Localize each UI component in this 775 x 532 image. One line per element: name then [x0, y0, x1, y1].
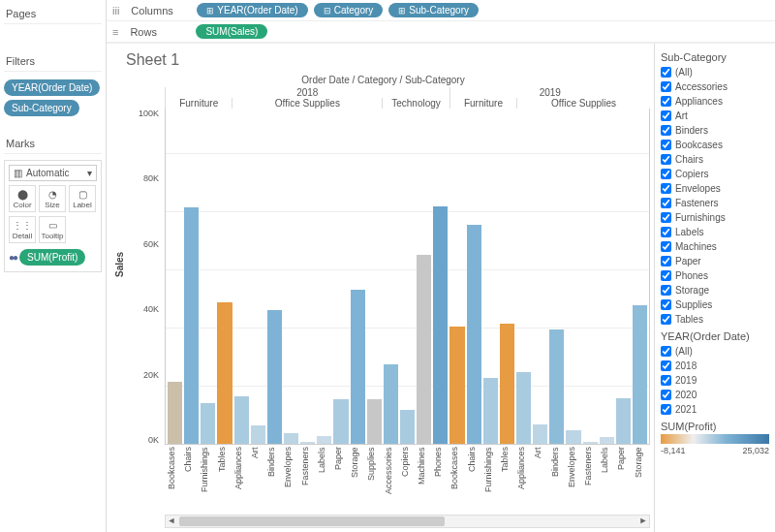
checkbox[interactable] [661, 314, 671, 325]
year-header[interactable]: 2018 [165, 87, 450, 98]
year-header[interactable]: 2019 [450, 87, 650, 98]
checkbox[interactable] [661, 169, 671, 179]
checkbox[interactable] [661, 299, 671, 310]
subcategory-filter-item[interactable]: Tables [661, 312, 769, 327]
checkbox[interactable] [661, 285, 671, 296]
bar[interactable] [450, 327, 464, 444]
x-tick-label[interactable]: Accessories [384, 447, 398, 515]
x-tick-label[interactable]: Labels [317, 447, 331, 515]
checkbox[interactable] [661, 375, 671, 386]
bar[interactable] [433, 206, 448, 444]
bar[interactable] [549, 329, 564, 444]
x-tick-label[interactable]: Binders [550, 447, 565, 515]
x-tick-label[interactable]: Chairs [467, 447, 481, 515]
x-tick-label[interactable]: Paper [616, 447, 631, 515]
checkbox[interactable] [661, 198, 671, 208]
subcategory-filter-item[interactable]: Binders [661, 123, 769, 138]
marks-size-button[interactable]: ◔Size [39, 185, 66, 212]
checkbox[interactable] [661, 256, 671, 266]
bar[interactable] [516, 372, 531, 444]
x-tick-label[interactable]: Paper [333, 447, 348, 515]
x-tick-label[interactable]: Fasteners [583, 447, 598, 515]
bar[interactable] [616, 398, 631, 444]
bar[interactable] [583, 442, 598, 444]
bar[interactable] [467, 225, 481, 444]
bar[interactable] [351, 290, 365, 444]
mark-type-select[interactable]: ▥ Automatic ▾ [9, 165, 97, 181]
x-tick-label[interactable]: Phones [433, 447, 448, 515]
x-tick-label[interactable]: Binders [266, 447, 281, 515]
checkbox[interactable] [661, 227, 671, 237]
checkbox[interactable] [661, 241, 671, 252]
x-tick-label[interactable]: Tables [500, 447, 514, 515]
bar[interactable] [168, 382, 182, 444]
subcategory-filter-item[interactable]: Chairs [661, 152, 769, 167]
bar[interactable] [483, 378, 498, 444]
bar[interactable] [201, 403, 215, 444]
scroll-right-icon[interactable]: ► [637, 516, 649, 527]
bar[interactable] [300, 442, 315, 444]
category-header[interactable]: Office Supplies [516, 98, 650, 109]
x-tick-label[interactable]: Supplies [366, 447, 381, 515]
marks-tooltip-button[interactable]: ▭Tooltip [39, 216, 66, 243]
bar[interactable] [367, 399, 382, 444]
bar[interactable] [384, 364, 398, 444]
x-tick-label[interactable]: Envelopes [567, 447, 581, 515]
year-filter-item[interactable]: 2021 [661, 402, 769, 417]
bar[interactable] [417, 255, 431, 444]
bar[interactable] [251, 425, 265, 444]
x-tick-label[interactable]: Appliances [516, 447, 531, 515]
x-tick-label[interactable]: Machines [417, 447, 431, 515]
x-tick-label[interactable]: Labels [600, 447, 614, 515]
checkbox[interactable] [661, 390, 671, 400]
checkbox[interactable] [661, 270, 671, 281]
checkbox[interactable] [661, 154, 671, 165]
columns-pill[interactable]: ⊟Category [314, 3, 384, 17]
subcategory-filter-item[interactable]: (All) [661, 65, 769, 79]
marks-color-pill[interactable]: SUM(Profit) [19, 249, 85, 266]
bar[interactable] [267, 310, 282, 444]
subcategory-filter-item[interactable]: Furnishings [661, 210, 769, 225]
x-tick-label[interactable]: Furnishings [483, 447, 498, 515]
bar[interactable] [600, 437, 614, 444]
marks-color-button[interactable]: ⬤Color [9, 185, 36, 212]
bar[interactable] [317, 436, 331, 444]
checkbox[interactable] [661, 140, 671, 150]
x-tick-label[interactable]: Storage [350, 447, 364, 515]
x-tick-label[interactable]: Tables [217, 447, 232, 515]
subcategory-filter-item[interactable]: Storage [661, 283, 769, 297]
category-header[interactable]: Office Supplies [232, 98, 382, 109]
year-filter-item[interactable]: 2018 [661, 359, 769, 373]
x-tick-label[interactable]: Storage [634, 447, 648, 515]
rows-pill[interactable]: SUM(Sales) [196, 24, 267, 39]
columns-shelf[interactable]: iii Columns ⊞YEAR(Order Date)⊟Category⊞S… [107, 0, 775, 21]
checkbox[interactable] [661, 360, 671, 371]
scrollbar-thumb[interactable] [179, 516, 445, 526]
checkbox[interactable] [661, 67, 671, 78]
bar[interactable] [400, 410, 415, 444]
bar[interactable] [566, 430, 580, 444]
subcategory-filter-item[interactable]: Bookcases [661, 138, 769, 152]
filter-pill[interactable]: Sub-Category [4, 100, 79, 116]
bar[interactable] [284, 433, 298, 444]
checkbox[interactable] [661, 125, 671, 136]
bar[interactable] [533, 424, 547, 444]
columns-pill[interactable]: ⊞YEAR(Order Date) [197, 3, 307, 17]
bar[interactable] [500, 324, 514, 444]
subcategory-filter-item[interactable]: Accessories [661, 79, 769, 94]
subcategory-filter-item[interactable]: Envelopes [661, 181, 769, 196]
bar[interactable] [234, 396, 249, 444]
subcategory-filter-item[interactable]: Machines [661, 239, 769, 254]
x-tick-label[interactable]: Bookcases [450, 447, 464, 515]
bar[interactable] [633, 305, 647, 444]
x-tick-label[interactable]: Furnishings [200, 447, 214, 515]
x-tick-label[interactable]: Bookcases [167, 447, 181, 515]
marks-detail-button[interactable]: ⋮⋮Detail [9, 216, 36, 243]
bar[interactable] [333, 399, 348, 444]
x-tick-label[interactable]: Copiers [400, 447, 415, 515]
rows-shelf[interactable]: ≡ Rows SUM(Sales) [107, 21, 775, 43]
subcategory-filter-item[interactable]: Paper [661, 254, 769, 268]
subcategory-filter-item[interactable]: Appliances [661, 94, 769, 109]
marks-label-button[interactable]: ▢Label [69, 185, 96, 212]
subcategory-filter-item[interactable]: Supplies [661, 297, 769, 312]
